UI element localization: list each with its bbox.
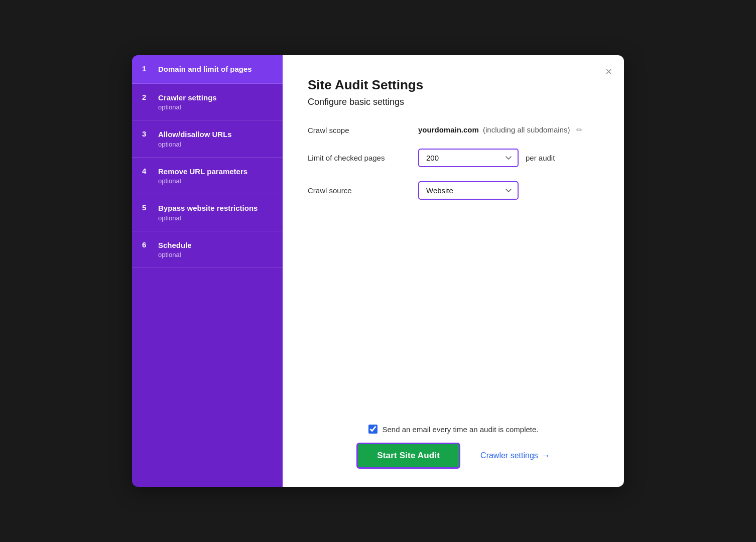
- bottom-buttons: Start Site Audit Crawler settings →: [308, 443, 599, 469]
- sidebar-item-title-6: Schedule: [158, 240, 192, 250]
- limit-row: Limit of checked pages 10020050010005000…: [308, 149, 599, 167]
- crawl-source-label: Crawl source: [308, 186, 418, 195]
- crawl-scope-label: Crawl scope: [308, 126, 418, 134]
- sidebar: 1 Domain and limit of pages 2 Crawler se…: [132, 55, 283, 487]
- sidebar-item-4[interactable]: 4 Remove URL parameters optional: [132, 158, 283, 195]
- bottom-area: Send an email every time an audit is com…: [308, 410, 599, 469]
- sidebar-item-content-4: Remove URL parameters optional: [158, 167, 247, 185]
- sidebar-item-title-5: Bypass website restrictions: [158, 203, 258, 213]
- sidebar-item-2[interactable]: 2 Crawler settings optional: [132, 84, 283, 121]
- sidebar-item-number-6: 6: [142, 240, 151, 249]
- sidebar-item-title-3: Allow/disallow URLs: [158, 129, 232, 140]
- sidebar-item-1[interactable]: 1 Domain and limit of pages: [132, 55, 283, 84]
- panel-subtitle: Configure basic settings: [308, 97, 599, 107]
- sidebar-item-subtitle-6: optional: [158, 251, 192, 258]
- start-audit-button[interactable]: Start Site Audit: [356, 443, 460, 469]
- page-title: Site Audit Settings: [308, 77, 599, 93]
- sidebar-item-number-4: 4: [142, 167, 151, 175]
- crawler-settings-link[interactable]: Crawler settings →: [480, 451, 550, 461]
- sidebar-item-5[interactable]: 5 Bypass website restrictions optional: [132, 194, 283, 231]
- sidebar-item-content-2: Crawler settings optional: [158, 93, 217, 111]
- sidebar-item-title-4: Remove URL parameters: [158, 167, 247, 177]
- main-panel: × Site Audit Settings Configure basic se…: [283, 55, 624, 487]
- email-checkbox[interactable]: [368, 425, 377, 434]
- close-button[interactable]: ×: [605, 66, 612, 77]
- subdomain-note: (including all subdomains): [483, 125, 570, 134]
- sidebar-item-subtitle-4: optional: [158, 177, 247, 185]
- limit-label: Limit of checked pages: [308, 154, 418, 162]
- sidebar-item-number-1: 1: [142, 64, 151, 73]
- modal: 1 Domain and limit of pages 2 Crawler se…: [132, 55, 624, 487]
- sidebar-item-3[interactable]: 3 Allow/disallow URLs optional: [132, 120, 283, 158]
- sidebar-item-number-5: 5: [142, 203, 151, 212]
- crawl-source-select[interactable]: WebsiteSitemapWebsite and Sitemap: [418, 181, 519, 200]
- crawl-scope-value: yourdomain.com (including all subdomains…: [418, 125, 583, 134]
- sidebar-item-6[interactable]: 6 Schedule optional: [132, 231, 283, 268]
- arrow-right-icon: →: [541, 451, 550, 461]
- crawl-scope-domain: yourdomain.com: [418, 125, 479, 134]
- sidebar-item-content-5: Bypass website restrictions optional: [158, 203, 258, 222]
- sidebar-item-content-1: Domain and limit of pages: [158, 64, 252, 74]
- sidebar-item-title-1: Domain and limit of pages: [158, 64, 252, 74]
- crawl-source-row: Crawl source WebsiteSitemapWebsite and S…: [308, 181, 599, 200]
- sidebar-item-content-3: Allow/disallow URLs optional: [158, 129, 232, 148]
- sidebar-item-number-3: 3: [142, 129, 151, 138]
- email-label: Send an email every time an audit is com…: [383, 425, 539, 434]
- edit-domain-icon[interactable]: ✏: [576, 125, 583, 134]
- sidebar-item-number-2: 2: [142, 93, 151, 101]
- sidebar-item-subtitle-2: optional: [158, 103, 217, 111]
- sidebar-item-content-6: Schedule optional: [158, 240, 192, 259]
- sidebar-item-title-2: Crawler settings: [158, 93, 217, 103]
- sidebar-item-subtitle-3: optional: [158, 141, 232, 148]
- per-audit-label: per audit: [526, 154, 555, 162]
- sidebar-item-subtitle-5: optional: [158, 214, 258, 222]
- limit-select[interactable]: 1002005001000500010000: [418, 149, 519, 167]
- email-row: Send an email every time an audit is com…: [368, 425, 539, 434]
- crawl-scope-row: Crawl scope yourdomain.com (including al…: [308, 125, 599, 134]
- crawler-settings-link-label: Crawler settings: [480, 451, 538, 460]
